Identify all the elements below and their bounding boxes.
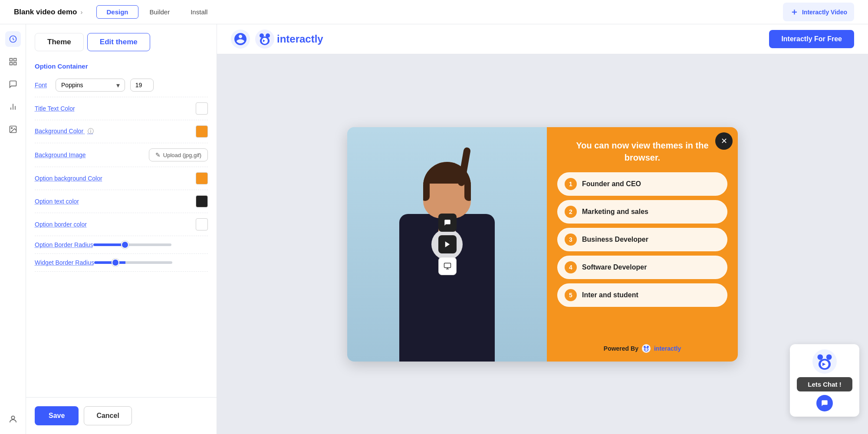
logo-bear-icon [255,30,274,49]
logo-area: interactly [231,30,323,49]
sidebar-item-grid[interactable] [5,54,21,69]
info-icon: ⓘ [88,128,94,135]
preview-content: You can now view themes in the browser. … [217,54,868,434]
svg-point-31 [826,354,832,360]
chat-bubble[interactable] [816,395,833,411]
sidebar-icons [0,24,26,434]
option-border-color-swatch[interactable] [196,218,208,230]
option-border-color-row: Option border color [35,213,208,236]
option-bg-color-swatch[interactable] [196,172,208,184]
font-select-wrap: Poppins [56,79,125,92]
option-num-2: 2 [565,206,577,218]
option-list: 1 Founder and CEO 2 Marketing and sales … [557,172,727,337]
settings-body: Font Poppins Title Text Color Background… [26,73,217,397]
interactly-video-label: Interactly Video [802,9,847,16]
topbar-right: ＋ Interactly Video [783,3,854,21]
upload-button[interactable]: ✎ Upload (jpg,gif) [149,148,208,161]
option-border-radius-label: Option Border Radius [35,241,93,248]
tool-buttons [438,214,457,275]
option-text-5: Inter and student [582,291,638,299]
preview-header: interactly Interactly For Free [217,24,868,54]
sidebar-item-refresh[interactable] [5,31,21,47]
tab-builder[interactable]: Builder [140,5,180,19]
background-image-label: Background Image [35,151,86,158]
powered-by: Powered By interactly [557,344,727,353]
background-color-row: Background Color ⓘ [35,120,208,143]
widget: You can now view themes in the browser. … [347,127,738,362]
topbar-left: Blank video demo › Design Builder Instal… [14,5,217,19]
background-image-row: Background Image ✎ Upload (jpg,gif) [35,143,208,167]
option-text-color-label: Option text color [35,198,79,205]
option-item-1[interactable]: 1 Founder and CEO [557,172,727,196]
option-num-5: 5 [565,289,577,301]
option-border-radius-slider[interactable] [93,243,171,246]
sidebar-item-media[interactable] [5,122,21,137]
option-item-4[interactable]: 4 Software Developer [557,256,727,279]
font-setting-row: Font Poppins [35,73,208,97]
option-text-color-row: Option text color [35,190,208,213]
settings-footer: Save Cancel [26,397,217,434]
option-text-color-swatch[interactable] [196,195,208,207]
sidebar-item-analytics[interactable] [5,99,21,115]
svg-rect-19 [444,263,451,268]
svg-point-25 [647,346,649,348]
option-border-color-label: Option border color [35,221,87,228]
breadcrumb-arrow: › [80,8,82,16]
section-title: Option Container [26,56,217,73]
option-bg-color-label: Option background Color [35,175,102,182]
close-button[interactable]: ✕ [715,132,733,150]
cancel-button[interactable]: Cancel [84,406,132,425]
nav-tabs: Design Builder Install [96,5,217,19]
option-border-radius-row: Option Border Radius [35,236,208,254]
theme-button[interactable]: Theme [35,33,84,51]
tab-install[interactable]: Install [181,5,217,19]
widget-border-radius-label: Widget Border Radius [35,259,94,266]
option-text-4: Software Developer [582,263,647,271]
font-select[interactable]: Poppins [56,79,125,92]
topbar: Blank video demo › Design Builder Instal… [0,0,868,24]
svg-point-9 [11,128,12,129]
option-text-1: Founder and CEO [582,180,641,188]
sidebar-item-chat[interactable] [5,76,21,92]
option-num-4: 4 [565,261,577,273]
screen-tool-btn[interactable] [438,257,457,275]
svg-point-24 [644,346,646,348]
widget-border-radius-slider-wrap [94,261,208,264]
plus-icon: ＋ [790,6,799,18]
chat-widget: Lets Chat ! [790,344,859,417]
background-color-label: Background Color ⓘ [35,128,94,135]
svg-marker-18 [445,241,450,247]
svg-rect-3 [13,62,16,65]
title-text-color-row: Title Text Color [35,97,208,120]
option-text-3: Business Developer [582,236,648,243]
option-item-3[interactable]: 3 Business Developer [557,228,727,251]
play-tool-btn[interactable] [438,235,457,253]
interactly-video-button[interactable]: ＋ Interactly Video [783,3,854,21]
svg-point-10 [11,416,14,419]
option-item-2[interactable]: 2 Marketing and sales [557,200,727,224]
option-num-3: 3 [565,233,577,246]
widget-options: You can now view themes in the browser. … [547,127,738,362]
widget-border-radius-slider[interactable] [94,261,172,264]
option-text-2: Marketing and sales [582,208,648,216]
svg-rect-2 [13,59,16,61]
edit-theme-button[interactable]: Edit theme [87,33,150,51]
tab-design[interactable]: Design [96,5,138,19]
save-button[interactable]: Save [35,406,79,425]
sidebar-item-user[interactable] [5,411,21,427]
chat-logo-icon [812,349,837,374]
upload-icon: ✎ [155,151,161,158]
option-item-5[interactable]: 5 Inter and student [557,283,727,307]
main-layout: Theme Edit theme Option Container Font P… [0,24,868,434]
svg-rect-4 [10,62,12,65]
chat-label[interactable]: Lets Chat ! [797,377,852,391]
widget-border-radius-row: Widget Border Radius [35,254,208,272]
option-bg-color-row: Option background Color [35,167,208,190]
free-button[interactable]: Interactly For Free [769,30,854,48]
widget-title: You can now view themes in the browser. [557,139,727,164]
background-color-swatch[interactable] [196,125,208,138]
font-size-input[interactable] [130,79,154,92]
chat-tool-btn[interactable] [438,214,457,232]
title-text-color-swatch[interactable] [196,102,208,115]
svg-point-30 [817,354,823,360]
